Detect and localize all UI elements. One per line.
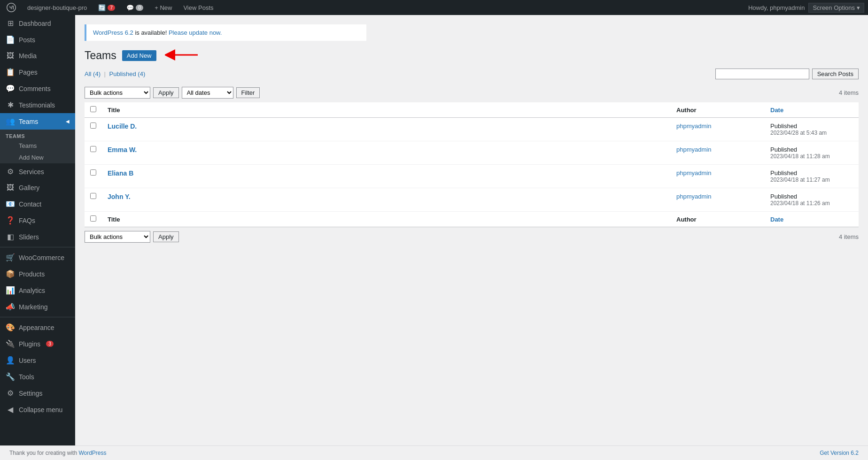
sidebar-label-gallery: Gallery	[19, 184, 39, 192]
search-posts-button[interactable]: Search Posts	[812, 69, 859, 79]
posts-icon: 📄	[6, 35, 15, 44]
sidebar-label-comments: Comments	[19, 85, 51, 92]
comments-item[interactable]: 💬 0	[124, 0, 146, 15]
sidebar-item-analytics[interactable]: 📊 Analytics	[0, 282, 75, 299]
sidebar-label-appearance: Appearance	[19, 324, 54, 331]
sidebar-sub-item-teams-all[interactable]: Teams	[0, 140, 75, 152]
contact-icon: 📧	[6, 199, 15, 208]
main-content: WordPress 6.2 is available! Please updat…	[75, 15, 868, 445]
footer-version-link[interactable]: Get Version 6.2	[820, 450, 859, 456]
apply-top-button[interactable]: Apply	[153, 87, 179, 98]
sidebar-item-teams[interactable]: 👥 Teams ◀	[0, 113, 75, 130]
sidebar-item-settings[interactable]: ⚙ Settings	[0, 385, 75, 401]
col-date-footer[interactable]: Date	[765, 212, 859, 227]
sidebar-item-dashboard[interactable]: ⊞ Dashboard	[0, 15, 75, 31]
updates-icon: 🔄	[98, 4, 106, 11]
search-area: Search Posts	[715, 69, 859, 79]
bulk-actions-bottom-select[interactable]: Bulk actions	[85, 231, 150, 243]
updates-item[interactable]: 🔄 7	[95, 0, 118, 15]
view-posts-item[interactable]: View Posts	[180, 0, 216, 15]
row-checkbox[interactable]	[90, 146, 96, 152]
sidebar-label-products: Products	[19, 270, 45, 278]
date-value: 2023/04/28 at 5:43 am	[770, 130, 853, 136]
sidebar-item-plugins[interactable]: 🔌 Plugins 3	[0, 336, 75, 352]
notice-wp-version-link[interactable]: WordPress 6.2	[93, 29, 133, 36]
col-title-header: Title	[102, 102, 671, 118]
footer-wp-link[interactable]: WordPress	[78, 450, 106, 456]
date-value: 2023/04/18 at 11:28 am	[770, 153, 853, 160]
post-title-link[interactable]: Lucille D.	[108, 123, 137, 130]
wp-logo-item[interactable]	[4, 0, 19, 15]
site-name-item[interactable]: designer-boutique-pro	[24, 0, 90, 15]
sidebar-sub-item-teams-add[interactable]: Add New	[0, 152, 75, 163]
appearance-icon: 🎨	[6, 323, 15, 332]
post-title-link[interactable]: Eliana B	[108, 169, 133, 177]
sidebar-item-users[interactable]: 👤 Users	[0, 352, 75, 368]
filter-published-link[interactable]: Published (4)	[109, 70, 146, 77]
post-title-link[interactable]: Emma W.	[108, 146, 137, 153]
row-checkbox[interactable]	[90, 193, 96, 199]
col-date-header[interactable]: Date	[765, 102, 859, 118]
sidebar-item-products[interactable]: 📦 Products	[0, 266, 75, 282]
date-status: Published	[770, 146, 853, 153]
new-item[interactable]: + New	[152, 0, 175, 15]
date-filter-select[interactable]: All dates	[182, 87, 233, 99]
add-new-button[interactable]: Add New	[122, 50, 156, 61]
row-checkbox[interactable]	[90, 123, 96, 129]
teams-section-label: Teams	[0, 130, 75, 140]
sidebar-item-woocommerce[interactable]: 🛒 WooCommerce	[0, 249, 75, 266]
sidebar-item-comments[interactable]: 💬 Comments	[0, 80, 75, 97]
sidebar-item-marketing[interactable]: 📣 Marketing	[0, 299, 75, 315]
row-checkbox[interactable]	[90, 169, 96, 176]
dashboard-icon: ⊞	[6, 19, 15, 28]
author-link[interactable]: phpmyadmin	[676, 169, 711, 176]
bottom-toolbar: Bulk actions Apply 4 items	[85, 231, 859, 243]
sidebar-sub-label-add-new: Add New	[19, 154, 44, 161]
sidebar-item-sliders[interactable]: ◧ Sliders	[0, 229, 75, 245]
apply-bottom-button[interactable]: Apply	[153, 231, 179, 242]
products-icon: 📦	[6, 269, 15, 278]
admin-bar: designer-boutique-pro 🔄 7 💬 0 + New View…	[0, 0, 868, 15]
select-all-checkbox-top[interactable]	[90, 106, 96, 112]
post-title-link[interactable]: John Y.	[108, 193, 131, 200]
sidebar-label-faqs: FAQs	[19, 217, 35, 224]
sidebar-label-plugins: Plugins	[19, 340, 40, 348]
sidebar-item-appearance[interactable]: 🎨 Appearance	[0, 319, 75, 336]
howdy-text: Howdy, phpmyadmin	[748, 4, 805, 11]
sidebar-label-collapse: Collapse menu	[19, 406, 62, 414]
sidebar-item-media[interactable]: 🖼 Media	[0, 48, 75, 64]
author-link[interactable]: phpmyadmin	[676, 193, 711, 200]
woocommerce-icon: 🛒	[6, 253, 15, 262]
sidebar-item-gallery[interactable]: 🖼 Gallery	[0, 180, 75, 196]
sidebar-item-testimonials[interactable]: ✱ Testimonials	[0, 97, 75, 113]
sidebar-label-media: Media	[19, 52, 37, 60]
author-link[interactable]: phpmyadmin	[676, 146, 711, 153]
sidebar-label-marketing: Marketing	[19, 303, 47, 311]
marketing-icon: 📣	[6, 302, 15, 311]
sidebar-item-pages[interactable]: 📋 Pages	[0, 64, 75, 80]
page-title: Teams	[85, 49, 116, 63]
sidebar-item-tools[interactable]: 🔧 Tools	[0, 368, 75, 385]
sidebar-label-tools: Tools	[19, 373, 34, 381]
pages-icon: 📋	[6, 68, 15, 77]
gallery-icon: 🖼	[6, 184, 15, 192]
bulk-actions-top-select[interactable]: Bulk actions	[85, 87, 150, 99]
items-count-top: 4 items	[839, 89, 859, 96]
sidebar-label-settings: Settings	[19, 390, 43, 397]
sidebar-label-pages: Pages	[19, 69, 38, 76]
screen-options-button[interactable]: Screen Options ▾	[808, 3, 864, 13]
sidebar-item-posts[interactable]: 📄 Posts	[0, 31, 75, 48]
update-notice: WordPress 6.2 is available! Please updat…	[85, 24, 366, 41]
author-link[interactable]: phpmyadmin	[676, 123, 711, 130]
notice-update-link[interactable]: Please update now.	[169, 29, 222, 36]
search-input[interactable]	[715, 69, 809, 79]
filter-button[interactable]: Filter	[236, 87, 260, 98]
sidebar-item-services[interactable]: ⚙ Services	[0, 163, 75, 180]
sidebar-item-contact[interactable]: 📧 Contact	[0, 196, 75, 212]
sidebar-label-services: Services	[19, 168, 44, 176]
sidebar-item-collapse[interactable]: ◀ Collapse menu	[0, 401, 75, 418]
sidebar-item-faqs[interactable]: ❓ FAQs	[0, 212, 75, 229]
collapse-icon: ◀	[6, 405, 15, 414]
select-all-checkbox-bottom[interactable]	[90, 215, 96, 222]
filter-all-link[interactable]: All (4)	[85, 70, 102, 77]
